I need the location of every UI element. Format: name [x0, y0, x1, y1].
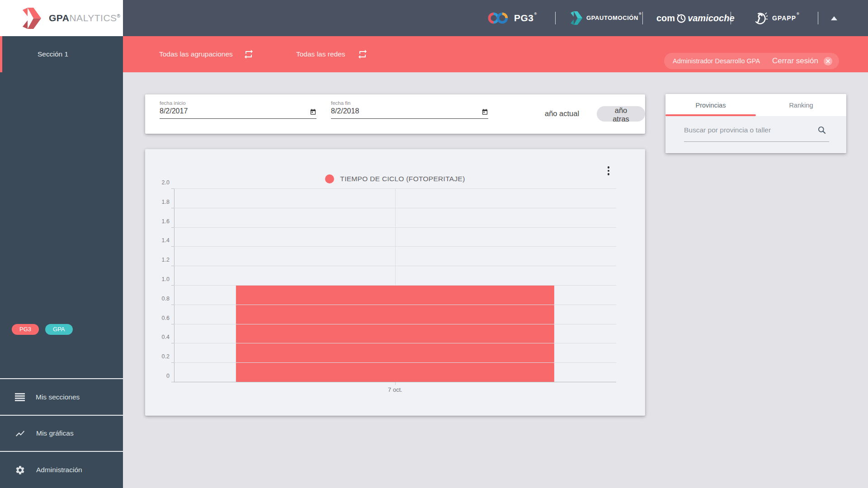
y-axis-tick: [171, 227, 174, 228]
y-axis-tick-label: 2.0: [145, 179, 170, 186]
header-divider: [555, 12, 556, 24]
logout-icon[interactable]: [823, 56, 833, 66]
gridline: [174, 305, 616, 305]
sidebar-item-mis-graficas[interactable]: Mis gráficas: [0, 415, 123, 451]
provinces-panel: Provincias Ranking: [665, 94, 846, 153]
calendar-icon[interactable]: [310, 108, 316, 115]
pg3-infinity-icon: [487, 12, 510, 24]
search-input[interactable]: [684, 126, 813, 134]
gridline: [174, 246, 616, 247]
main-content: fecha inicio fecha fin año actual año at…: [123, 72, 868, 488]
y-axis-tick: [171, 305, 174, 305]
gridline: [174, 188, 616, 189]
ano-atras-button[interactable]: año atras: [597, 106, 645, 122]
gridline: [174, 362, 616, 363]
y-axis-tick: [171, 208, 174, 208]
line-chart-icon: [15, 428, 25, 439]
y-axis-tick: [171, 343, 174, 343]
y-axis-tick-label: 0.2: [145, 353, 170, 360]
date-filter-card: fecha inicio fecha fin año actual año at…: [145, 94, 645, 134]
bar-chart-plot: 7 oct. 00.20.40.60.81.01.21.41.61.82.0: [174, 189, 616, 382]
gpanalytics-logo: GPANALYTICS®: [0, 0, 123, 36]
legend-series-label: TIEMPO DE CICLO (FOTOPERITAJE): [340, 175, 465, 183]
gpapp-logo[interactable]: GPAPP®: [753, 0, 800, 36]
gpanalytics-wordmark: GPANALYTICS®: [49, 13, 120, 23]
y-axis-tick-label: 1.4: [145, 237, 170, 244]
collapse-header-caret-icon[interactable]: [831, 16, 837, 20]
chart-legend: TIEMPO DE CICLO (FOTOPERITAJE): [145, 174, 645, 183]
y-axis-tick-label: 1.8: [145, 199, 170, 205]
fecha-inicio-field: fecha inicio: [160, 100, 316, 119]
top-header: GPANALYTICS® PG3® GPAUTOMOCIÓN® com vami…: [0, 0, 868, 36]
pg3-badge[interactable]: PG3: [12, 324, 39, 335]
filter-bar: Todas las agrupaciones Todas las redes A…: [123, 36, 868, 72]
search-section: [665, 116, 846, 153]
swap-agrupaciones-icon[interactable]: [243, 49, 254, 60]
logged-user-name: Administrador Desarrollo GPA: [673, 57, 760, 65]
y-axis-tick: [171, 266, 174, 266]
y-axis-tick-label: 0.4: [145, 334, 170, 340]
y-axis-tick-label: 1.0: [145, 276, 170, 282]
y-axis-tick: [171, 246, 174, 247]
gridline: [174, 324, 616, 324]
y-axis-tick-label: 1.2: [145, 257, 170, 263]
y-axis-tick-label: 0: [145, 373, 170, 379]
gpautomocion-arrow-icon: [571, 11, 583, 25]
y-axis-tick: [171, 285, 174, 286]
panel-tabs: Provincias Ranking: [665, 94, 846, 116]
legend-color-dot: [325, 174, 334, 183]
gridline: [174, 208, 616, 208]
redes-selector[interactable]: Todas las redes: [296, 36, 345, 72]
fecha-fin-field: fecha fin: [331, 100, 488, 119]
gpautomocion-logo[interactable]: GPAUTOMOCIÓN®: [571, 0, 642, 36]
y-axis-tick-label: 0.6: [145, 315, 170, 321]
y-axis-tick-label: 0.8: [145, 296, 170, 302]
chart-card: TIEMPO DE CICLO (FOTOPERITAJE) 7 oct. 00…: [145, 149, 645, 416]
user-session-pill: Administrador Desarrollo GPA Cerrar sesi…: [664, 53, 839, 69]
sidebar-item-mis-secciones[interactable]: Mis secciones: [0, 378, 123, 415]
y-axis-tick: [171, 382, 174, 382]
sidebar: Sección 1 PG3 GPA Mis secciones Mis gráf…: [0, 36, 123, 488]
fecha-inicio-input[interactable]: [160, 107, 310, 115]
sidebar-menu: Mis secciones Mis gráficas Administració…: [0, 378, 123, 488]
y-axis-tick: [171, 324, 174, 324]
y-axis-tick: [171, 362, 174, 363]
gpa-badge[interactable]: GPA: [45, 324, 73, 335]
header-divider: [642, 12, 643, 24]
fecha-fin-label: fecha fin: [331, 100, 488, 106]
gpa-arrow-icon: [23, 8, 42, 29]
gridline: [174, 285, 616, 286]
gear-icon: [15, 465, 25, 475]
logout-button[interactable]: Cerrar sesión: [772, 56, 818, 66]
sidebar-badges: PG3 GPA: [12, 324, 73, 335]
wrench-gauge-icon: [753, 10, 768, 26]
tab-provincias[interactable]: Provincias: [665, 94, 756, 116]
gridline: [174, 266, 616, 266]
bar-tiempo-de-ciclo[interactable]: [236, 285, 554, 382]
y-axis-tick-label: 1.6: [145, 218, 170, 225]
sidebar-item-seccion-1[interactable]: Sección 1: [0, 36, 123, 72]
sidebar-item-administracion[interactable]: Administración: [0, 451, 123, 488]
comprobamicoche-logo[interactable]: com vamicoche: [656, 0, 735, 36]
agrupaciones-selector[interactable]: Todas las agrupaciones: [159, 36, 233, 72]
tab-ranking[interactable]: Ranking: [756, 94, 846, 116]
calendar-icon[interactable]: [481, 108, 488, 115]
x-axis-label: 7 oct.: [388, 386, 402, 393]
clock-icon: [676, 13, 686, 23]
y-axis-tick: [171, 188, 174, 189]
header-divider: [731, 12, 731, 24]
gridline: [174, 227, 616, 228]
gridline: [174, 343, 616, 343]
y-axis-line: [174, 189, 175, 382]
header-divider: [818, 12, 818, 24]
pg3-logo[interactable]: PG3®: [487, 0, 537, 36]
swap-redes-icon[interactable]: [357, 49, 368, 60]
ano-actual-button[interactable]: año actual: [542, 109, 582, 118]
reorder-icon: [15, 393, 25, 401]
search-icon[interactable]: [817, 126, 826, 135]
x-axis-tick: [395, 382, 396, 385]
fecha-inicio-label: fecha inicio: [160, 100, 316, 106]
fecha-fin-input[interactable]: [331, 107, 481, 115]
